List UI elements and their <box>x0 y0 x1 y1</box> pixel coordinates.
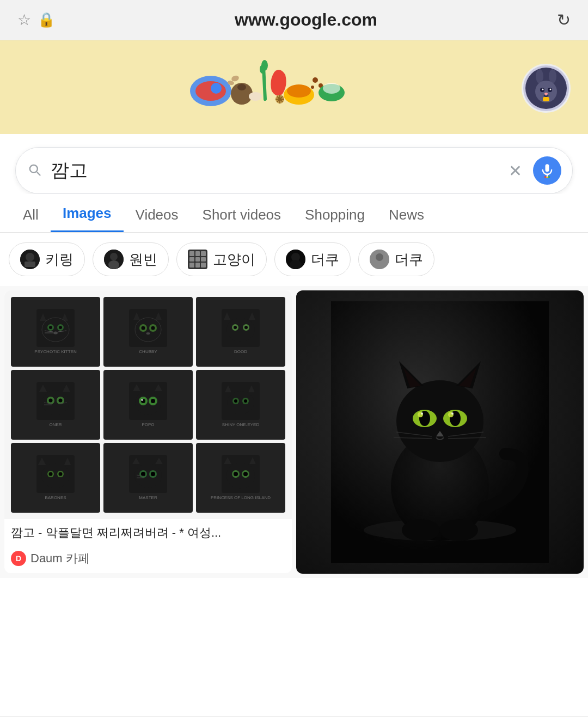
svg-point-65 <box>135 318 161 342</box>
mic-button[interactable] <box>533 156 561 185</box>
svg-point-110 <box>41 463 70 488</box>
chip-label-wonbin: 원빈 <box>129 250 157 269</box>
chip-killing[interactable]: 키링 <box>9 242 85 276</box>
browser-chrome: ☆ 🔒 www.google.com ↻ <box>0 0 588 40</box>
svg-point-86 <box>59 398 63 402</box>
doodle-svg <box>185 56 359 121</box>
bookmark-icon[interactable]: ☆ <box>17 11 31 29</box>
svg-point-128 <box>226 463 255 489</box>
chip-label-cat: 고양이 <box>213 250 255 269</box>
svg-rect-41 <box>24 262 35 267</box>
cat-cell-6: SHINY ONE-EYED <box>196 370 285 440</box>
search-tabs: All Images Videos Short videos Shopping … <box>0 194 588 233</box>
svg-point-7 <box>260 65 265 74</box>
avatar-image <box>524 66 568 110</box>
cat-cell-5: POPO <box>103 370 193 440</box>
lock-icon: 🔒 <box>38 11 55 28</box>
svg-point-32 <box>544 93 548 95</box>
svg-point-37 <box>546 177 548 178</box>
svg-point-98 <box>141 399 143 401</box>
chip-deku[interactable]: 더쿠 <box>274 242 351 276</box>
svg-point-154 <box>402 519 440 541</box>
svg-point-44 <box>108 260 119 269</box>
cats-grid-image: PSYCHOTIC KITTEN CHUBBY <box>4 290 292 519</box>
svg-point-30 <box>542 89 544 90</box>
chip-deku2[interactable]: 더쿠 <box>358 242 434 276</box>
svg-point-148 <box>451 412 454 415</box>
svg-point-4 <box>237 84 246 90</box>
svg-point-49 <box>376 253 383 261</box>
source-name-1: Daum 카페 <box>30 550 90 567</box>
svg-point-57 <box>59 326 62 329</box>
cat-cell-3: DOOD <box>196 297 285 367</box>
user-avatar[interactable] <box>522 64 571 113</box>
tab-images[interactable]: Images <box>51 194 124 232</box>
svg-point-132 <box>243 472 248 476</box>
chip-label-deku: 더쿠 <box>311 250 339 269</box>
chip-label-deku2: 더쿠 <box>395 250 423 269</box>
url-bar[interactable]: www.google.com <box>55 10 557 30</box>
chip-cat[interactable]: 고양이 <box>176 242 267 276</box>
search-icon <box>27 162 42 179</box>
tab-news[interactable]: News <box>377 196 436 232</box>
tab-videos[interactable]: Videos <box>124 196 191 232</box>
chip-thumb-wonbin <box>104 250 124 269</box>
search-input[interactable] <box>51 160 509 181</box>
image-caption-1: 깜고 - 악플달면 쩌리쩌려버려 - * 여성... <box>4 519 292 547</box>
svg-point-25 <box>536 69 543 83</box>
clear-icon[interactable]: ✕ <box>509 161 522 180</box>
svg-point-130 <box>234 472 238 476</box>
image-card-cats-grid[interactable]: PSYCHOTIC KITTEN CHUBBY <box>4 290 292 573</box>
svg-point-120 <box>141 472 145 476</box>
svg-point-106 <box>244 399 247 403</box>
source-icon-daum: D <box>11 551 26 566</box>
cat-cell-2: CHUBBY <box>103 297 193 367</box>
svg-point-36 <box>544 176 547 178</box>
svg-point-67 <box>142 326 145 330</box>
cat-cell-4: ONER <box>11 370 100 440</box>
black-cat-svg <box>331 301 549 563</box>
doodle-area[interactable] <box>0 40 588 134</box>
svg-point-147 <box>421 412 423 415</box>
black-cat-photo <box>296 290 584 574</box>
svg-point-69 <box>151 326 155 330</box>
chip-wonbin[interactable]: 원빈 <box>93 242 169 276</box>
svg-rect-18 <box>254 93 257 98</box>
svg-point-76 <box>234 326 237 329</box>
tab-all[interactable]: All <box>11 196 51 232</box>
svg-point-104 <box>234 399 237 403</box>
svg-point-38 <box>548 176 550 178</box>
svg-point-14 <box>323 83 340 94</box>
reload-icon[interactable]: ↻ <box>557 10 571 29</box>
chip-label-killing: 키링 <box>45 250 74 269</box>
tab-shopping[interactable]: Shopping <box>293 196 377 232</box>
svg-point-43 <box>110 253 118 260</box>
chip-thumb-killing <box>20 250 40 269</box>
mic-icon <box>540 163 555 178</box>
cat-cell-7: BARONES <box>11 443 100 513</box>
tab-short-videos[interactable]: Short videos <box>191 196 293 232</box>
chip-thumb-cat <box>188 250 207 269</box>
svg-point-26 <box>549 69 556 83</box>
cat-cell-1: PSYCHOTIC KITTEN <box>11 297 100 367</box>
svg-point-9 <box>287 84 311 98</box>
svg-point-122 <box>151 472 155 476</box>
svg-point-93 <box>135 391 161 415</box>
svg-point-1 <box>195 81 226 101</box>
image-card-black-cat[interactable] <box>296 290 584 574</box>
svg-point-114 <box>59 472 63 476</box>
svg-point-82 <box>42 390 69 415</box>
google-doodle[interactable] <box>22 56 522 121</box>
image-source-1[interactable]: D Daum 카페 <box>4 547 292 573</box>
filter-chips: 키링 원빈 고양이 더쿠 <box>0 233 588 286</box>
svg-rect-34 <box>546 164 549 172</box>
image-column-left: PSYCHOTIC KITTEN CHUBBY <box>4 290 292 574</box>
search-bar[interactable]: ✕ <box>15 147 573 194</box>
chip-thumb-deku2 <box>370 250 389 269</box>
svg-point-70 <box>146 332 150 335</box>
svg-point-97 <box>151 399 155 403</box>
svg-point-12 <box>311 86 314 89</box>
svg-point-31 <box>550 89 552 90</box>
svg-point-74 <box>226 318 255 342</box>
svg-point-155 <box>440 519 478 541</box>
